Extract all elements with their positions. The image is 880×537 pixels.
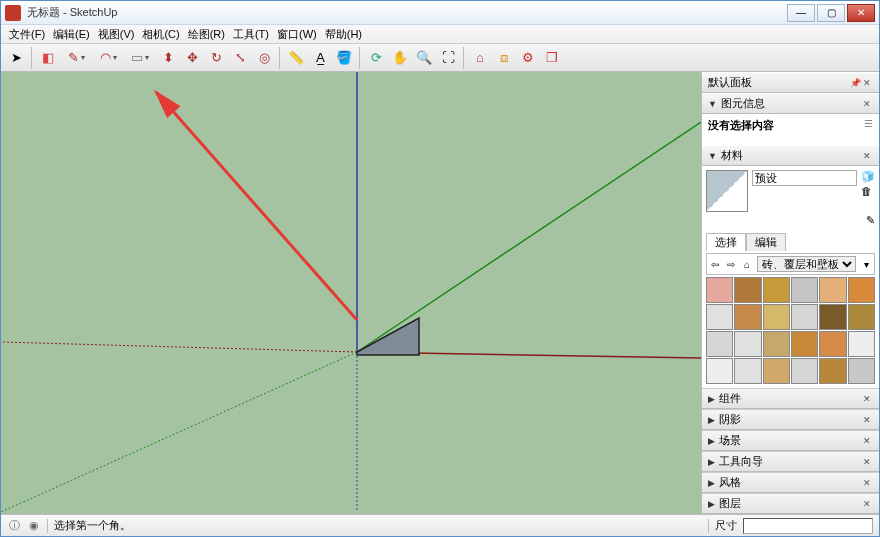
tool-extension-1[interactable]: ⧈ — [493, 47, 515, 69]
material-swatch[interactable] — [763, 277, 790, 303]
material-swatch[interactable] — [706, 358, 733, 384]
nav-menu-icon[interactable]: ▾ — [860, 257, 872, 271]
maximize-button[interactable]: ▢ — [817, 4, 845, 22]
material-swatch[interactable] — [706, 331, 733, 357]
material-swatch[interactable] — [848, 331, 875, 357]
status-user-icon[interactable]: ◉ — [27, 519, 41, 533]
material-name-input[interactable] — [752, 170, 857, 186]
chevron-right-icon: ▶ — [708, 415, 715, 425]
default-material-icon[interactable]: 🗑 — [861, 185, 875, 197]
material-swatch[interactable] — [791, 304, 818, 330]
material-swatch[interactable] — [763, 331, 790, 357]
tool-arc[interactable]: ◠ — [93, 47, 123, 69]
material-swatch[interactable] — [706, 277, 733, 303]
tool-zoom[interactable]: 🔍 — [413, 47, 435, 69]
tool-eraser[interactable]: ◧ — [37, 47, 59, 69]
panel-materials-header[interactable]: ▼ 材料 ✕ — [702, 145, 879, 166]
status-hint: 选择第一个角。 — [54, 518, 702, 533]
close-icon[interactable]: ✕ — [861, 477, 873, 489]
tool-shapes[interactable]: ▭ — [125, 47, 155, 69]
tray-title[interactable]: 默认面板 📌 ✕ — [702, 72, 879, 93]
tool-pan[interactable]: ✋ — [389, 47, 411, 69]
material-swatch[interactable] — [791, 277, 818, 303]
close-icon[interactable]: ✕ — [861, 456, 873, 468]
material-swatch[interactable] — [706, 304, 733, 330]
material-swatch[interactable] — [819, 277, 846, 303]
app-icon — [5, 5, 21, 21]
collapsed-panel-header[interactable]: ▶组件✕ — [702, 388, 879, 409]
collapsed-panel-header[interactable]: ▶工具向导✕ — [702, 451, 879, 472]
tool-offset[interactable]: ◎ — [253, 47, 275, 69]
material-category-select[interactable]: 砖、覆层和壁板 — [757, 256, 856, 272]
menu-camera[interactable]: 相机(C) — [138, 25, 183, 43]
tool-zoom-extents[interactable]: ⛶ — [437, 47, 459, 69]
collapsed-panel-header[interactable]: ▶风格✕ — [702, 472, 879, 493]
menu-edit[interactable]: 编辑(E) — [49, 25, 94, 43]
material-preview[interactable] — [706, 170, 748, 212]
close-icon[interactable]: ✕ — [861, 98, 873, 110]
tool-rotate[interactable]: ↻ — [205, 47, 227, 69]
menu-help[interactable]: 帮助(H) — [321, 25, 366, 43]
tool-move[interactable]: ✥ — [181, 47, 203, 69]
menu-tools[interactable]: 工具(T) — [229, 25, 273, 43]
collapsed-panel-label: 场景 — [719, 433, 741, 448]
tool-tape[interactable]: 📏 — [285, 47, 307, 69]
pin-icon[interactable]: 📌 — [849, 77, 861, 89]
tool-scale[interactable]: ⤡ — [229, 47, 251, 69]
magnifier-icon: 🔍 — [416, 50, 432, 65]
minimize-button[interactable]: — — [787, 4, 815, 22]
create-material-icon[interactable]: 🧊 — [861, 170, 875, 183]
nav-back-icon[interactable]: ⇦ — [709, 257, 721, 271]
nav-home-icon[interactable]: ⌂ — [741, 257, 753, 271]
tool-paint[interactable]: 🪣 — [333, 47, 355, 69]
collapsed-panel-header[interactable]: ▶场景✕ — [702, 430, 879, 451]
menu-draw[interactable]: 绘图(R) — [184, 25, 229, 43]
nav-forward-icon[interactable]: ⇨ — [725, 257, 737, 271]
status-info-icon[interactable]: ⓘ — [7, 519, 21, 533]
material-swatch[interactable] — [819, 358, 846, 384]
close-icon[interactable]: ✕ — [861, 150, 873, 162]
material-swatch[interactable] — [734, 277, 761, 303]
tool-line[interactable]: ✎ — [61, 47, 91, 69]
material-swatch[interactable] — [791, 358, 818, 384]
material-swatch[interactable] — [734, 331, 761, 357]
material-swatch[interactable] — [791, 331, 818, 357]
material-swatch[interactable] — [763, 304, 790, 330]
collapsed-panel-header[interactable]: ▶阴影✕ — [702, 409, 879, 430]
dimension-input[interactable] — [743, 518, 873, 534]
panel-entity-info-header[interactable]: ▼ 图元信息 ✕ — [702, 93, 879, 114]
material-swatch[interactable] — [819, 304, 846, 330]
collapsed-panel-header[interactable]: ▶图层✕ — [702, 493, 879, 514]
statusbar: ⓘ ◉ 选择第一个角。 尺寸 — [1, 514, 879, 536]
close-icon[interactable]: ✕ — [861, 435, 873, 447]
material-swatch[interactable] — [734, 358, 761, 384]
tool-orbit[interactable]: ⟳ — [365, 47, 387, 69]
viewport-3d[interactable] — [1, 72, 701, 514]
menu-window[interactable]: 窗口(W) — [273, 25, 321, 43]
eyedropper-icon[interactable]: ✎ — [866, 214, 875, 226]
svg-line-1 — [357, 122, 701, 352]
tool-text[interactable]: A̲ — [309, 47, 331, 69]
menu-view[interactable]: 视图(V) — [94, 25, 139, 43]
material-swatch[interactable] — [734, 304, 761, 330]
material-swatch[interactable] — [763, 358, 790, 384]
entity-info-settings-icon[interactable]: ☰ — [864, 118, 873, 129]
tool-extension-3[interactable]: ❒ — [541, 47, 563, 69]
close-button[interactable]: ✕ — [847, 4, 875, 22]
materials-tab-edit[interactable]: 编辑 — [746, 233, 786, 251]
material-swatch[interactable] — [848, 358, 875, 384]
close-icon[interactable]: ✕ — [861, 393, 873, 405]
menu-file[interactable]: 文件(F) — [5, 25, 49, 43]
tool-extension-2[interactable]: ⚙ — [517, 47, 539, 69]
materials-tab-select[interactable]: 选择 — [706, 233, 746, 251]
tool-select[interactable]: ➤ — [5, 47, 27, 69]
material-swatch[interactable] — [819, 331, 846, 357]
bucket-icon: 🪣 — [336, 50, 352, 65]
close-icon[interactable]: ✕ — [861, 414, 873, 426]
close-icon[interactable]: ✕ — [861, 498, 873, 510]
close-icon[interactable]: ✕ — [861, 77, 873, 89]
material-swatch[interactable] — [848, 304, 875, 330]
tool-warehouse[interactable]: ⌂ — [469, 47, 491, 69]
material-swatch[interactable] — [848, 277, 875, 303]
tool-pushpull[interactable]: ⬍ — [157, 47, 179, 69]
